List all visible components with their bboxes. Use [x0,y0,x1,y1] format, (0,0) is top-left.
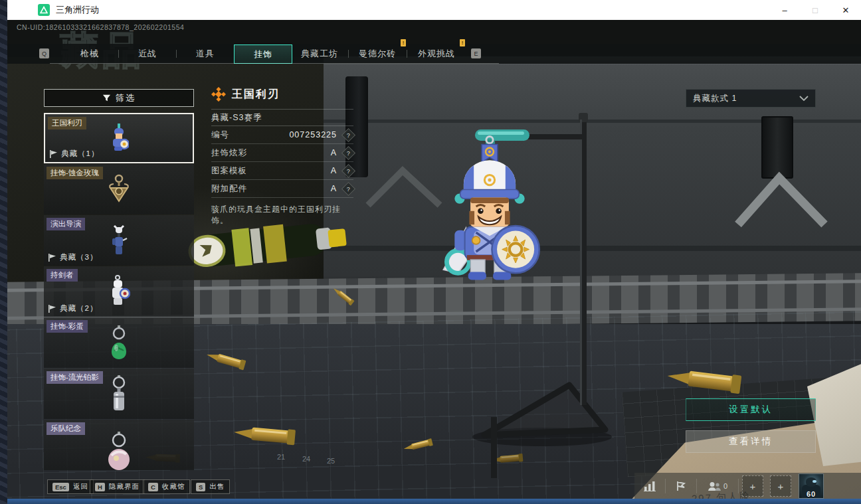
set-default-button[interactable]: 设置默认 [686,398,816,421]
shortcut-collection-hall[interactable]: C 收藏馆 [143,479,190,494]
player-avatar[interactable]: 60 [799,473,824,499]
help-icon[interactable]: ? [341,181,355,195]
help-icon[interactable]: ? [341,145,355,159]
tab-divider [118,50,119,58]
detail-row-colorway: 挂饰炫彩 A ? [211,144,353,162]
minimize-button[interactable]: – [769,0,800,20]
tab-weapons[interactable]: 枪械 [80,44,99,64]
gold-pendant-thumb [108,173,130,205]
pennant-icon [48,254,56,262]
mat-number: 25 [327,457,335,465]
help-icon[interactable]: ? [341,163,355,177]
shortcut-hide-ui[interactable]: H 隐藏界面 [90,479,145,494]
egg-charm-thumb [109,325,129,360]
item-name-badge: 挂饰-彩蛋 [47,320,88,333]
item-name-badge: 挂饰-蚀金玫瑰 [47,167,103,179]
list-item-gilded-rose[interactable]: 挂饰-蚀金玫瑰 [44,164,194,214]
tab-mandel-brick[interactable]: 曼德尔砖 [359,44,396,64]
bullet-prop [233,424,298,446]
detail-panel: 王国利刃 典藏-S3赛季 编号 007253225 ? 挂饰炫彩 A ? 图案模… [211,84,353,226]
charm-list: 王国利刃 典藏（1） [44,113,194,473]
tier-row: 典藏（3） [48,252,98,262]
team-slot-empty[interactable]: + [742,475,763,497]
row-label: 编号 [211,129,229,141]
tab-bar: Q E 枪械 近战 道具 挂饰 典藏工坊 曼德尔砖 ! 外观挑战 ! [7,44,861,64]
bullet-prop [665,366,747,395]
mat-number: 24 [302,455,310,463]
list-item-sword-bearer[interactable]: 持剑者 典藏（2） [44,266,194,317]
h-keycap: H [95,483,105,491]
flag-icon [676,481,686,491]
shortcut-back[interactable]: Esc 返回 [47,479,94,494]
tab-melee[interactable]: 近战 [138,44,157,64]
list-item-kingdom-blade[interactable]: 王国利刃 典藏（1） [44,113,194,163]
tier-label: 典藏（2） [60,303,98,313]
style-dropdown[interactable]: 典藏款式 1 [686,89,816,108]
friends-icon [708,481,721,491]
notification-badge: ! [460,39,465,46]
shortcut-sell[interactable]: S 出售 [191,479,230,494]
filter-button[interactable]: 筛选 [44,89,194,107]
background-notebook [622,376,861,477]
bullet-prop [205,349,248,371]
detail-row-pattern: 图案模板 A ? [211,162,353,180]
maximize-button[interactable]: □ [800,0,830,20]
close-button[interactable]: ✕ [830,0,861,20]
mat-number: 21 [277,453,285,461]
esc-keycap: Esc [52,483,69,491]
uid-text: CN-UID:18261033321662837878_202602201554 [17,23,184,31]
background-crate-latch [761,116,793,179]
kingdom-blade-charm [433,127,546,286]
bullet-prop [490,453,524,465]
background-blue-edge [7,499,861,504]
social-toolbar: 0 + + 60 [634,473,861,499]
report-button[interactable] [666,481,696,491]
funnel-icon [102,94,111,102]
crate-chevron-icon [731,166,831,229]
avatar-visor [813,480,816,483]
game-stage: 21 24 25 297 句人脸 [7,20,861,504]
help-icon[interactable]: ? [341,127,355,141]
list-item-show-director[interactable]: 演出导演 典藏（3） [44,215,194,266]
tab-divider [407,50,407,58]
chevron-down-icon [799,96,809,101]
swordsman-charm-thumb [108,275,130,308]
tab-collection-workshop[interactable]: 典藏工坊 [301,44,338,64]
app-logo-icon [38,4,50,16]
list-item-band-memorial[interactable]: 乐队纪念 [44,420,194,470]
charm-diamond-icon [211,87,226,102]
row-value: A [331,184,337,193]
list-item-easter-egg[interactable]: 挂饰-彩蛋 [44,317,194,368]
tab-charms-active[interactable]: 挂饰 [234,44,292,64]
tab-appearance-challenge[interactable]: 外观挑战 [418,44,455,64]
tab-divider [176,50,177,58]
row-value: A [331,166,337,175]
team-slot-empty[interactable]: + [770,475,791,497]
s-keycap: S [196,483,205,491]
tier-row: 典藏（2） [48,303,98,313]
tier-row: 典藏（1） [49,149,99,159]
band-charm-thumb [108,432,130,470]
c-keycap: C [148,483,158,491]
style-dropdown-value: 典藏款式 1 [693,93,737,104]
pennant-icon [49,150,58,158]
tier-label: 典藏（1） [61,149,99,159]
tier-label: 典藏（3） [60,252,98,262]
notification-badge: ! [401,39,406,46]
detail-title: 王国利刃 [232,88,280,102]
screenshot-root: 三角洲行动 – □ ✕ [0,0,861,504]
stats-button[interactable] [634,481,665,491]
detail-description: 骇爪的玩具盒主题中的王国利刃挂饰。 [211,204,353,226]
window-title: 三角洲行动 [56,4,99,16]
friends-button[interactable]: 0 [697,481,738,491]
view-details-button[interactable]: 查看详情 [686,430,816,453]
player-level: 60 [799,490,823,498]
detail-header: 王国利刃 [211,84,353,105]
detail-row-accessory: 附加配件 A ? [211,180,353,198]
item-name-badge: 乐队纪念 [47,422,85,435]
bar-chart-icon [644,481,656,491]
list-item-platinum-shadow[interactable]: 挂饰-流光铂影 [44,369,194,419]
row-label: 挂饰炫彩 [211,147,247,159]
tab-next-key-hint: E [471,48,481,58]
tab-items[interactable]: 道具 [196,44,215,64]
